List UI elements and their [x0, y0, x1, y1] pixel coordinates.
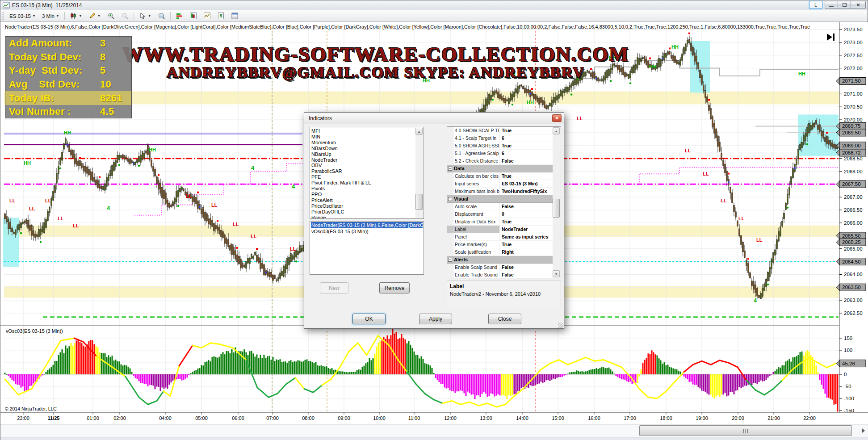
property-section-header[interactable]: −Alerts: [447, 256, 553, 264]
property-row[interactable]: 5.1 - Agressive Scalp6: [447, 150, 553, 157]
property-row[interactable]: Auto scaleFalse: [447, 203, 553, 210]
indicator-list-item[interactable]: PriceAlert: [311, 197, 415, 203]
dialog-close-action-button[interactable]: Close: [488, 314, 521, 324]
window-titlebar[interactable]: ES 03-15 (3 Min) 11/25/2014 L ✕: [0, 0, 868, 10]
horizontal-scrollbar[interactable]: [0, 424, 868, 437]
property-row[interactable]: 5.0 SHOW AGRESSITrue: [447, 142, 553, 150]
selected-indicator-item[interactable]: vOsc03(ES 03-15 (3 Min)): [311, 228, 423, 235]
data-box-button[interactable]: [155, 11, 168, 21]
indicator-list-item[interactable]: NBarsDown: [311, 146, 415, 151]
lock-button[interactable]: L: [809, 1, 822, 9]
indicator-list-item[interactable]: Range: [311, 215, 415, 219]
scroll-down-icon[interactable]: ▼: [553, 270, 560, 277]
property-value[interactable]: True: [500, 219, 553, 224]
zoom-out-button[interactable]: [118, 11, 131, 21]
indicator-list-item[interactable]: Pivot Finder, Mark HH & LL: [311, 180, 415, 186]
property-value[interactable]: True: [500, 242, 553, 247]
property-value[interactable]: 0: [500, 211, 553, 217]
property-row[interactable]: Calculate on bar closTrue: [447, 172, 553, 180]
svg-text:06:00: 06:00: [232, 415, 244, 421]
property-row[interactable]: Display in Data BoxTrue: [447, 218, 553, 226]
interval-selector[interactable]: 3 Min ▼: [39, 11, 62, 21]
property-value[interactable]: Same as input series: [500, 234, 553, 239]
remove-button[interactable]: Remove: [379, 282, 410, 293]
properties-grid[interactable]: 4.0 SHOW SCALP TITrue4.1 - Scalp Target …: [447, 126, 561, 278]
indicator-list-item[interactable]: PFE: [311, 174, 415, 180]
toolbar-grip[interactable]: [2, 12, 4, 20]
property-row[interactable]: 5.2 - Check DistanceFalse: [447, 157, 553, 165]
property-row[interactable]: Maximum bars look bTwoHundredFiftySix: [447, 188, 553, 195]
selected-indicator-item[interactable]: NodeTrader(ES 03-15 (3 Min),6,False,Colo…: [311, 222, 423, 228]
property-value[interactable]: False: [500, 272, 553, 277]
apply-button[interactable]: Apply: [419, 314, 452, 324]
scrollbar-thumb[interactable]: [639, 425, 852, 436]
property-row[interactable]: Price marker(s)True: [447, 241, 553, 248]
properties-button[interactable]: [228, 11, 241, 21]
indicator-list-item[interactable]: OBV: [311, 163, 415, 168]
ok-button[interactable]: OK: [352, 314, 386, 324]
property-section-header[interactable]: −Data: [447, 165, 553, 172]
scroll-thumb[interactable]: [553, 199, 560, 218]
cursor-tool-button[interactable]: ▼: [136, 11, 154, 21]
indicator-list-item[interactable]: PriceOscillator: [311, 203, 415, 209]
chart-trader-button[interactable]: [187, 11, 200, 21]
list-scrollbar[interactable]: ▲: [415, 128, 423, 218]
scroll-up-icon[interactable]: ▲: [415, 128, 423, 135]
indicator-list-item[interactable]: NBarsUp: [311, 151, 415, 157]
drawing-tools-button[interactable]: ▼: [86, 11, 104, 21]
property-row[interactable]: LabelNodeTrader: [447, 226, 553, 233]
chart-style-button[interactable]: ▼: [67, 11, 85, 21]
property-value[interactable]: False: [500, 264, 553, 270]
minimize-button[interactable]: [825, 1, 838, 9]
property-row[interactable]: 4.0 SHOW SCALP TITrue: [447, 127, 553, 134]
instrument-selector[interactable]: ES 03-15 ▼: [7, 11, 38, 21]
new-button[interactable]: New: [320, 282, 348, 293]
indicator-list-item[interactable]: ParabolicSAR: [311, 168, 415, 174]
property-row[interactable]: Scale justificationRight: [447, 248, 553, 256]
scrollbar-right-arrow[interactable]: [862, 428, 865, 433]
property-value[interactable]: True: [500, 143, 553, 148]
indicator-list-item[interactable]: Pivots: [311, 186, 415, 192]
property-value[interactable]: False: [500, 204, 553, 209]
property-value[interactable]: ES 03-15 (3 Min): [500, 181, 553, 186]
property-section-header[interactable]: −Visual: [447, 195, 553, 203]
selected-indicators-list[interactable]: NodeTrader(ES 03-15 (3 Min),6,False,Colo…: [310, 221, 424, 275]
property-value[interactable]: 6: [500, 135, 553, 141]
indicator-list-item[interactable]: MFI: [311, 128, 415, 134]
collapse-icon[interactable]: −: [448, 197, 452, 201]
property-row[interactable]: 4.1 - Scalp Target in6: [447, 134, 553, 142]
indicator-list-item[interactable]: PPO: [311, 192, 415, 197]
property-value[interactable]: TwoHundredFiftySix: [500, 189, 553, 194]
available-indicators-list[interactable]: MFIMINMomentumNBarsDownNBarsUpNodeTrader…: [310, 127, 424, 219]
collapse-icon[interactable]: −: [448, 258, 452, 262]
property-row[interactable]: Displacement0: [447, 210, 553, 218]
scroll-up-icon[interactable]: ▲: [553, 127, 560, 134]
indicator-list-item[interactable]: PriorDayOHLC: [311, 209, 415, 215]
restore-button[interactable]: [838, 1, 851, 9]
resize-grip-icon[interactable]: [558, 323, 563, 328]
property-value[interactable]: True: [500, 128, 553, 133]
property-value[interactable]: False: [500, 158, 553, 163]
indicator-list-item[interactable]: MIN: [311, 134, 415, 140]
scroll-thumb[interactable]: [415, 194, 423, 210]
indicator-list-item[interactable]: NodeTrader: [311, 157, 415, 163]
collapse-icon[interactable]: −: [448, 167, 452, 171]
indicators-button[interactable]: [201, 11, 214, 21]
property-value[interactable]: NodeTrader: [500, 226, 553, 232]
property-row[interactable]: Enable Scalp SoundFalse: [447, 264, 553, 271]
property-row[interactable]: Input seriesES 03-15 (3 Min): [447, 180, 553, 188]
property-value[interactable]: True: [500, 173, 553, 179]
property-row[interactable]: Enable Trade SoundFalse: [447, 271, 553, 278]
dialog-titlebar[interactable]: Indicators ✕: [304, 113, 564, 124]
property-row[interactable]: PanelSame as input series: [447, 233, 553, 241]
stats-value: 8: [100, 51, 106, 63]
indicator-list-item[interactable]: Momentum: [311, 140, 415, 146]
account-data-button[interactable]: $: [214, 11, 227, 21]
dialog-close-button[interactable]: ✕: [552, 114, 562, 122]
zoom-in-button[interactable]: [105, 11, 117, 21]
market-depth-button[interactable]: [173, 11, 186, 21]
grid-scrollbar[interactable]: ▲ ▼: [553, 127, 560, 277]
property-value[interactable]: 6: [500, 151, 553, 156]
close-button[interactable]: ✕: [851, 1, 866, 9]
property-value[interactable]: Right: [500, 249, 553, 255]
